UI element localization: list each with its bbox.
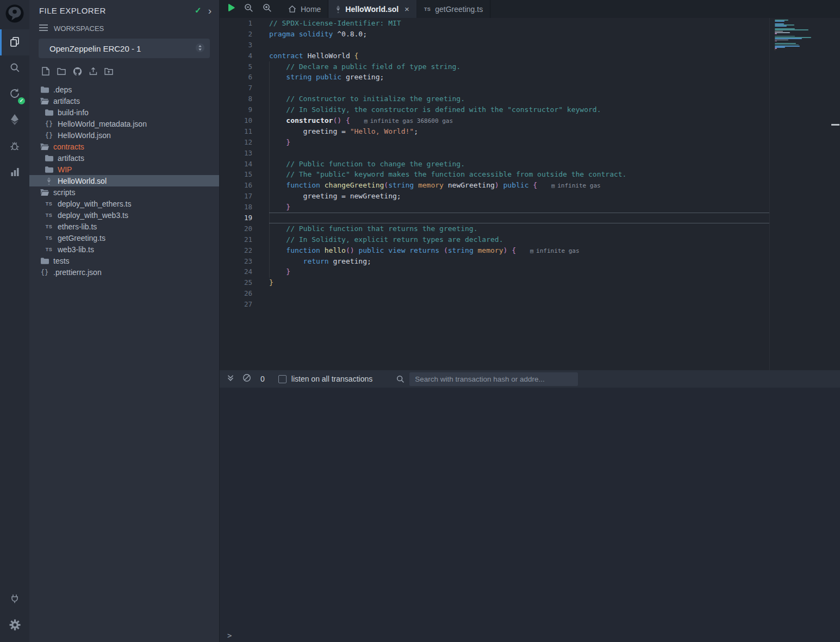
code-line-6[interactable]: 6 string public greeting; xyxy=(220,72,840,83)
code-line-10[interactable]: 10 constructor() {▤infinite gas 368600 g… xyxy=(220,115,840,126)
code-line-14[interactable]: 14 // Public function to change the gree… xyxy=(220,159,840,170)
code-line-13[interactable]: 13 xyxy=(220,148,840,159)
code-line-26[interactable]: 26 xyxy=(220,288,840,299)
code-line-22[interactable]: 22 function hello() public view returns … xyxy=(220,245,840,256)
chevron-right-icon[interactable]: › xyxy=(208,5,211,16)
editor-toolbar xyxy=(220,0,281,18)
scrollbar-thumb[interactable] xyxy=(831,124,839,126)
tree-item-artifacts[interactable]: artifacts xyxy=(29,152,219,164)
json-icon: {} xyxy=(45,132,53,139)
workspaces-label: WORKSPACES xyxy=(54,24,104,33)
listen-transactions-checkbox[interactable] xyxy=(278,375,287,383)
tree-item-artifacts[interactable]: artifacts xyxy=(29,95,219,107)
close-tab-icon[interactable]: × xyxy=(405,4,409,14)
tree-item-tests[interactable]: tests xyxy=(29,255,219,266)
tree-item-HelloWorld.sol[interactable]: HelloWorld.sol xyxy=(29,175,219,186)
tree-item-ethers-lib.ts[interactable]: TSethers-lib.ts xyxy=(29,221,219,232)
sidebar-item-search[interactable] xyxy=(0,55,29,82)
zoom-out-button[interactable] xyxy=(244,3,253,15)
listen-transactions-label: listen on all transactions xyxy=(291,375,372,383)
code-line-8[interactable]: 8 // Constructor to initialize the greet… xyxy=(220,94,840,104)
code-line-1[interactable]: 1// SPDX-License-Identifier: MIT xyxy=(220,18,840,29)
sidebar-item-plugin-manager[interactable] xyxy=(0,160,29,186)
indent-guide xyxy=(269,61,270,278)
gas-icon: ▤ xyxy=(364,118,368,124)
folder-open-icon xyxy=(40,144,49,150)
line-number: 4 xyxy=(220,51,252,61)
zoom-in-button[interactable] xyxy=(263,3,272,15)
code-line-23[interactable]: 23 return greeting; xyxy=(220,256,840,267)
ts-icon: TS xyxy=(45,235,53,241)
tree-item-build-info[interactable]: build-info xyxy=(29,107,219,118)
run-script-button[interactable] xyxy=(228,4,235,14)
sidebar-item-file-explorer[interactable] xyxy=(0,29,29,55)
clear-console-button[interactable] xyxy=(242,373,251,384)
menu-icon[interactable] xyxy=(39,24,48,33)
line-number: 24 xyxy=(220,266,252,277)
code-line-24[interactable]: 24 } xyxy=(220,266,840,277)
line-number: 20 xyxy=(220,223,252,234)
remix-logo[interactable] xyxy=(0,0,29,29)
tab-Home[interactable]: Home xyxy=(281,0,328,18)
workspace-sort-icon xyxy=(195,43,205,54)
code-line-25[interactable]: 25} xyxy=(220,277,840,288)
folder-icon xyxy=(45,109,53,116)
new-file-button[interactable] xyxy=(41,67,51,77)
terminal-output[interactable]: > xyxy=(220,388,840,642)
code-line-17[interactable]: 17 greeting = newGreeting; xyxy=(220,191,840,202)
tree-item-getGreeting.ts[interactable]: TSgetGreeting.ts xyxy=(29,232,219,244)
code-line-20[interactable]: 20 // Public function that returns the g… xyxy=(220,223,840,234)
tree-item-.prettierrc.json[interactable]: {}.prettierrc.json xyxy=(29,266,219,278)
code-line-12[interactable]: 12 } xyxy=(220,137,840,148)
code-line-27[interactable]: 27 xyxy=(220,299,840,310)
code-line-21[interactable]: 21 // In Solidity, explicit return types… xyxy=(220,234,840,245)
code-line-15[interactable]: 15 // The "public" keyword makes the fun… xyxy=(220,169,840,180)
code-line-18[interactable]: 18 } xyxy=(220,202,840,213)
sidebar-item-deploy-run[interactable] xyxy=(0,108,29,134)
code-line-16[interactable]: 16 function changeGreeting(string memory… xyxy=(220,180,840,191)
tree-item-contracts[interactable]: contracts xyxy=(29,141,219,152)
tree-item-HelloWorld_metadata.json[interactable]: {}HelloWorld_metadata.json xyxy=(29,118,219,129)
tree-item-deploy_with_ethers.ts[interactable]: TSdeploy_with_ethers.ts xyxy=(29,198,219,209)
tree-item-deploy_with_web3.ts[interactable]: TSdeploy_with_web3.ts xyxy=(29,209,219,221)
line-number: 17 xyxy=(220,191,252,202)
terminal-search-input[interactable] xyxy=(409,372,578,386)
line-number: 2 xyxy=(220,29,252,40)
line-number: 19 xyxy=(220,213,252,223)
gas-estimate: ▤infinite gas 368600 gas xyxy=(364,117,453,124)
code-line-7[interactable]: 7 xyxy=(220,83,840,94)
plug-icon xyxy=(9,593,20,606)
code-line-3[interactable]: 3 xyxy=(220,40,840,51)
code-line-5[interactable]: 5 // Declare a public field of type stri… xyxy=(220,61,840,72)
line-number: 14 xyxy=(220,159,252,170)
double-chevron-down-icon xyxy=(227,374,234,384)
workspace-select[interactable]: OpenZeppelin ERC20 - 1 xyxy=(39,39,210,58)
tree-item-HelloWorld.json[interactable]: {}HelloWorld.json xyxy=(29,129,219,141)
tree-item-.deps[interactable]: .deps xyxy=(29,84,219,95)
new-folder-icon xyxy=(57,67,66,77)
sidebar-item-solidity-compiler[interactable]: ✓ xyxy=(0,82,29,108)
tree-item-web3-lib.ts[interactable]: TSweb3-lib.ts xyxy=(29,244,219,255)
code-line-9[interactable]: 9 // In Solidity, the constructor is def… xyxy=(220,104,840,115)
sidebar-item-plugin-connect[interactable] xyxy=(0,587,29,613)
new-folder-button[interactable] xyxy=(57,67,66,77)
expand-terminal-button[interactable] xyxy=(227,374,234,384)
deploy-run-icon xyxy=(9,114,20,128)
minimap[interactable] xyxy=(775,20,817,53)
tree-item-WIP[interactable]: WIP xyxy=(29,164,219,175)
code-line-2[interactable]: 2pragma solidity ^0.8.0; xyxy=(220,29,840,40)
tab-getGreeting.ts[interactable]: TSgetGreeting.ts xyxy=(417,0,490,18)
tree-item-scripts[interactable]: scripts xyxy=(29,186,219,198)
code-line-4[interactable]: 4contract HelloWorld { xyxy=(220,51,840,61)
line-number: 26 xyxy=(220,288,252,299)
code-line-11[interactable]: 11 greeting = "Hello, World!"; xyxy=(220,126,840,137)
clone-github-button[interactable] xyxy=(72,67,82,77)
code-line-19[interactable]: 19 xyxy=(220,213,840,223)
upload-folder-button[interactable] xyxy=(104,67,114,77)
tab-HelloWorld.sol[interactable]: HelloWorld.sol× xyxy=(328,0,417,18)
sidebar-item-debugger[interactable] xyxy=(0,134,29,160)
publish-gist-button[interactable] xyxy=(88,67,98,77)
activity-bar-bottom xyxy=(0,587,29,642)
sidebar-item-settings[interactable] xyxy=(0,613,29,639)
code-editor: 1// SPDX-License-Identifier: MIT2pragma … xyxy=(220,18,840,370)
